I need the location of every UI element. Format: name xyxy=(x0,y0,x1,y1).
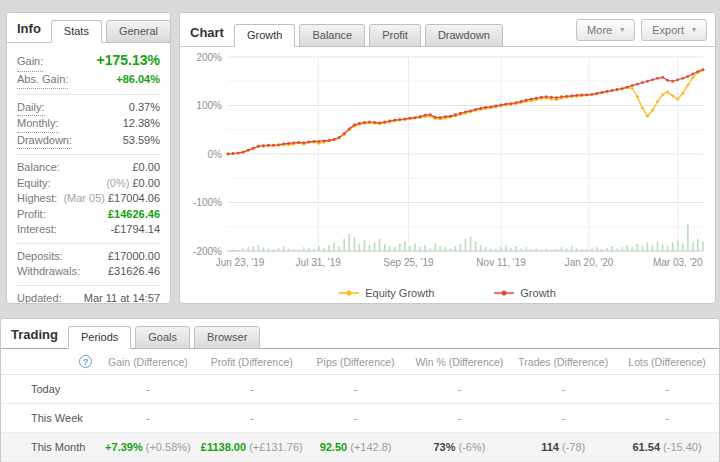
table-row-this-week: This Week - - - - - - xyxy=(1,404,719,433)
trading-panel: Trading Periods Goals Browser ? Gain (Di… xyxy=(0,318,720,462)
stat-value-equity-prefix: (0%) xyxy=(106,177,129,189)
svg-text:-100%: -100% xyxy=(193,197,222,208)
tab-profit[interactable]: Profit xyxy=(369,24,421,47)
growth-chart[interactable]: 200%100%0%-100%-200%Jun 23, '19Jul 31, '… xyxy=(180,47,715,283)
stat-value-gain: +175.13% xyxy=(97,50,160,70)
stat-value-daily: 0.37% xyxy=(129,100,160,116)
chart-panel-header: Chart Growth Balance Profit Drawdown Mor… xyxy=(180,13,715,47)
svg-text:Jan 20, '20: Jan 20, '20 xyxy=(565,257,614,268)
cell-week-profit: - xyxy=(200,412,304,424)
table-row-today: Today - - - - - - xyxy=(1,375,719,404)
stat-label-balance: Balance: xyxy=(17,160,60,176)
cell-month-gain: +7.39% (+0.58%) xyxy=(96,441,200,453)
stat-label-abs-gain: Abs. Gain: xyxy=(17,72,68,89)
legend-label-growth: Growth xyxy=(520,287,555,299)
row-label-this-week: This Week xyxy=(1,412,96,424)
row-label-today: Today xyxy=(1,383,96,395)
divider xyxy=(17,285,160,286)
stat-value-withdrawals: £31626.46 xyxy=(108,264,160,280)
stat-label-daily: Daily: xyxy=(17,100,45,117)
tab-general[interactable]: General xyxy=(106,20,171,43)
svg-text:Sep 25, '19: Sep 25, '19 xyxy=(383,257,434,268)
svg-text:0%: 0% xyxy=(208,149,223,160)
stat-value-highest-prefix: (Mar 05) xyxy=(63,192,105,204)
periods-table-header: ? Gain (Difference) Profit (Difference) … xyxy=(1,349,719,375)
cell-week-winpct: - xyxy=(407,412,511,424)
cell-today-gain: - xyxy=(96,383,200,395)
tab-browser[interactable]: Browser xyxy=(194,326,260,349)
stat-label-equity: Equity: xyxy=(17,176,51,192)
tab-drawdown[interactable]: Drawdown xyxy=(425,24,503,47)
tab-periods[interactable]: Periods xyxy=(68,326,131,349)
stat-value-monthly: 12.38% xyxy=(123,116,160,132)
stat-value-interest: -£1794.14 xyxy=(110,222,160,238)
tab-goals[interactable]: Goals xyxy=(135,326,190,349)
svg-text:Jun 23, '19: Jun 23, '19 xyxy=(216,257,265,268)
stat-row-equity: Equity: (0%) £0.00 xyxy=(17,176,160,192)
col-header-profit: Profit (Difference) xyxy=(200,356,304,368)
stat-label-drawdown: Drawdown: xyxy=(17,133,72,150)
stat-label-interest: Interest: xyxy=(17,222,57,238)
stat-label-updated: Updated: xyxy=(17,291,62,305)
tab-growth[interactable]: Growth xyxy=(234,24,295,47)
cell-today-lots: - xyxy=(615,383,719,395)
chevron-down-icon: ▾ xyxy=(620,26,624,34)
table-row-this-month: This Month +7.39% (+0.58%) £1138.00 (+£1… xyxy=(1,433,719,462)
divider xyxy=(17,243,160,244)
cell-today-profit: - xyxy=(200,383,304,395)
stat-row-withdrawals: Withdrawals: £31626.46 xyxy=(17,264,160,280)
cell-month-winpct: 73% (-6%) xyxy=(407,441,511,453)
info-icon[interactable]: ? xyxy=(79,355,92,368)
legend-item-growth[interactable]: Growth xyxy=(494,287,555,299)
stat-row-profit: Profit: £14626.46 xyxy=(17,207,160,223)
stat-row-drawdown: Drawdown: 53.59% xyxy=(17,133,160,150)
growth-chart-svg[interactable]: 200%100%0%-100%-200%Jun 23, '19Jul 31, '… xyxy=(182,51,710,283)
stat-value-highest: (Mar 05) £17004.06 xyxy=(63,191,160,207)
stats-panel-header: Info Stats General xyxy=(7,13,170,43)
svg-text:Nov 11, '19: Nov 11, '19 xyxy=(476,257,526,268)
more-button-label: More xyxy=(587,24,612,36)
export-button[interactable]: Export▾ xyxy=(641,19,707,41)
stat-row-abs-gain: Abs. Gain: +86.04% xyxy=(17,72,160,89)
top-row: Info Stats General Gain: +175.13% Abs. G… xyxy=(0,0,720,304)
col-header-pips: Pips (Difference) xyxy=(304,356,408,368)
row-label-this-month: This Month xyxy=(1,441,96,453)
chart-panel-title: Chart xyxy=(190,25,234,46)
tab-stats[interactable]: Stats xyxy=(51,20,102,43)
chart-legend: Equity Growth Growth xyxy=(180,283,715,304)
stat-label-gain: Gain: xyxy=(17,51,43,72)
stat-value-highest-main: £17004.06 xyxy=(108,192,160,204)
divider xyxy=(17,154,160,155)
trading-panel-title: Trading xyxy=(11,327,68,348)
stat-value-drawdown: 53.59% xyxy=(123,133,160,149)
stat-row-highest: Highest: (Mar 05) £17004.06 xyxy=(17,191,160,207)
chart-panel: Chart Growth Balance Profit Drawdown Mor… xyxy=(179,12,716,304)
cell-week-pips: - xyxy=(304,412,408,424)
stat-value-updated: Mar 11 at 14:57 xyxy=(84,291,160,305)
svg-text:Jul 31, '19: Jul 31, '19 xyxy=(296,257,342,268)
stat-row-gain: Gain: +175.13% xyxy=(17,50,160,72)
stats-panel: Info Stats General Gain: +175.13% Abs. G… xyxy=(6,12,171,304)
tab-balance[interactable]: Balance xyxy=(299,24,365,47)
cell-week-lots: - xyxy=(615,412,719,424)
stats-panel-title: Info xyxy=(17,21,51,42)
cell-month-lots: 61.54 (-15.40) xyxy=(615,441,719,453)
legend-label-equity-growth: Equity Growth xyxy=(365,287,434,299)
chevron-down-icon: ▾ xyxy=(692,26,696,34)
growth-marker-icon xyxy=(494,289,514,297)
cell-month-pips: 92.50 (+142.8) xyxy=(304,441,408,453)
col-header-winpct: Win % (Difference) xyxy=(407,356,511,368)
stat-label-deposits: Deposits: xyxy=(17,249,63,265)
chart-header-buttons: More▾ Export▾ xyxy=(576,19,707,46)
legend-item-equity-growth[interactable]: Equity Growth xyxy=(339,287,434,299)
stat-row-deposits: Deposits: £17000.00 xyxy=(17,249,160,265)
info-icon-cell: ? xyxy=(1,355,96,368)
svg-text:-200%: -200% xyxy=(193,246,222,257)
svg-text:200%: 200% xyxy=(196,52,222,63)
svg-text:Mar 03, '20: Mar 03, '20 xyxy=(653,257,703,268)
divider xyxy=(17,94,160,95)
more-button[interactable]: More▾ xyxy=(576,19,635,41)
export-button-label: Export xyxy=(652,24,684,36)
stat-row-updated: Updated: Mar 11 at 14:57 xyxy=(17,291,160,305)
stats-body: Gain: +175.13% Abs. Gain: +86.04% Daily:… xyxy=(7,43,170,304)
